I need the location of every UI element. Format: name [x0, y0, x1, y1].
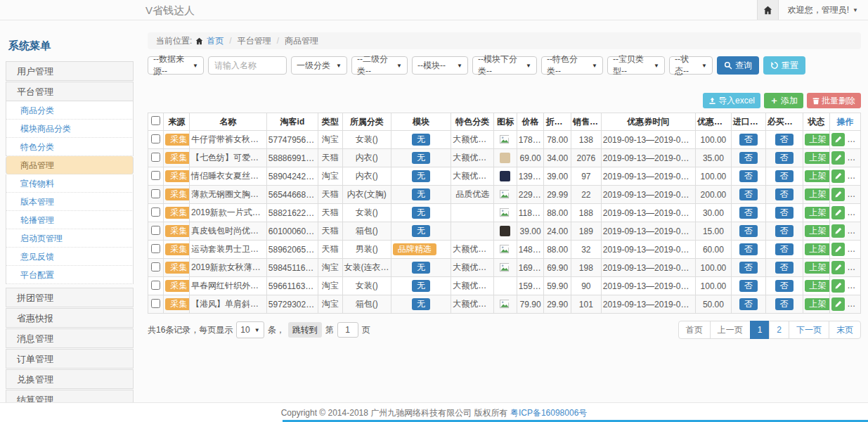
status-select[interactable]: --状态--▼: [669, 56, 713, 75]
sales-cell: 189: [571, 222, 602, 241]
must-buy-badge[interactable]: 否: [775, 188, 793, 200]
edit-button[interactable]: [831, 151, 845, 165]
status-badge[interactable]: 上架: [805, 243, 830, 255]
pager-item[interactable]: 上一页: [710, 321, 751, 339]
must-buy-badge[interactable]: 否: [775, 243, 793, 255]
import-select-badge[interactable]: 否: [739, 134, 758, 146]
edit-button[interactable]: [831, 298, 845, 311]
sidebar-sub-item[interactable]: 模块商品分类: [6, 120, 134, 138]
import-select-badge[interactable]: 否: [739, 262, 758, 274]
row-checkbox[interactable]: [151, 134, 160, 143]
sidebar-sub-item[interactable]: 启动页管理: [6, 229, 134, 248]
row-checkbox[interactable]: [151, 226, 160, 235]
table-header-row: 来源名称淘客id类型所属分类模块特色分类图标价格折后价销售数量优惠券时间优惠券金…: [148, 113, 861, 131]
pager-item[interactable]: 末页: [829, 321, 861, 339]
sidebar-sub-item[interactable]: 商品分类: [6, 101, 134, 120]
per-page-select[interactable]: 10 ▼: [236, 321, 264, 338]
add-button[interactable]: ＋ 添加: [764, 93, 803, 108]
edit-button[interactable]: [831, 133, 845, 146]
row-checkbox[interactable]: [151, 153, 160, 162]
search-button[interactable]: 查询: [717, 56, 759, 75]
pager-item[interactable]: 下一页: [789, 321, 829, 339]
row-checkbox[interactable]: [151, 262, 160, 271]
edit-button[interactable]: [831, 170, 845, 183]
batch-delete-button[interactable]: 批量删除: [807, 93, 861, 108]
must-buy-badge[interactable]: 否: [775, 152, 793, 164]
import-select-badge[interactable]: 否: [739, 170, 758, 182]
module-select[interactable]: --模块--▼: [412, 56, 468, 75]
name-search-input[interactable]: [208, 56, 287, 75]
status-badge[interactable]: 上架: [805, 225, 830, 237]
import-select-cell: 否: [731, 241, 765, 259]
edit-button[interactable]: [831, 261, 845, 274]
must-buy-badge[interactable]: 否: [775, 262, 793, 274]
item-type-select[interactable]: --宝贝类型--▼: [607, 56, 665, 75]
sidebar-sub-item[interactable]: 意见反馈: [6, 248, 134, 266]
status-badge[interactable]: 上架: [805, 280, 830, 292]
must-buy-badge[interactable]: 否: [775, 207, 793, 219]
level1-category-select[interactable]: 一级分类▼: [291, 56, 347, 75]
pager-item[interactable]: 首页: [678, 321, 711, 339]
status-badge[interactable]: 上架: [805, 262, 830, 274]
sidebar-group-item[interactable]: 平台管理: [6, 82, 134, 101]
must-buy-badge[interactable]: 否: [775, 170, 793, 182]
must-buy-badge[interactable]: 否: [775, 298, 793, 310]
page-number-input[interactable]: [337, 322, 358, 338]
import-select-badge[interactable]: 否: [739, 298, 758, 310]
import-select-badge[interactable]: 否: [739, 243, 758, 255]
module-subcategory-select[interactable]: --模块下分类--▼: [472, 56, 537, 75]
sidebar-group-item[interactable]: 消息管理: [6, 328, 134, 348]
row-checkbox[interactable]: [151, 171, 160, 180]
sidebar-sub-item[interactable]: 轮播管理: [6, 211, 134, 229]
breadcrumb-home-link[interactable]: 首页: [207, 32, 224, 49]
edit-button[interactable]: [831, 243, 845, 256]
sidebar-sub-item[interactable]: 宣传物料: [6, 174, 134, 193]
sidebar-group-item[interactable]: 订单管理: [6, 349, 134, 369]
import-select-badge[interactable]: 否: [739, 225, 758, 237]
must-buy-badge[interactable]: 否: [775, 280, 793, 292]
sidebar-group-item[interactable]: 拼团管理: [6, 288, 134, 307]
row-checkbox[interactable]: [151, 207, 160, 217]
user-menu[interactable]: 欢迎您，管理员! ▼: [779, 4, 868, 16]
edit-button[interactable]: [831, 206, 845, 219]
status-badge[interactable]: 上架: [805, 188, 830, 200]
edit-button[interactable]: [831, 224, 845, 238]
select-all-checkbox[interactable]: [151, 116, 160, 125]
sidebar-group-item[interactable]: 省惠快报: [6, 308, 134, 328]
home-button[interactable]: [757, 0, 779, 20]
reset-button[interactable]: 重置: [763, 56, 805, 75]
data-source-select[interactable]: --数据来源--▼: [148, 56, 204, 75]
icp-link[interactable]: 粤ICP备16098006号: [510, 408, 587, 418]
edit-button[interactable]: [831, 279, 845, 293]
sidebar-sub-item[interactable]: 版本管理: [6, 193, 134, 211]
import-select-badge[interactable]: 否: [739, 188, 758, 200]
row-checkbox[interactable]: [151, 189, 160, 198]
status-badge[interactable]: 上架: [805, 134, 830, 146]
edit-button[interactable]: [831, 188, 845, 201]
import-select-badge[interactable]: 否: [739, 207, 758, 219]
must-buy-badge[interactable]: 否: [775, 134, 793, 146]
status-badge[interactable]: 上架: [805, 170, 830, 182]
import-select-badge[interactable]: 否: [739, 152, 758, 164]
sidebar-sub-item[interactable]: 商品管理: [6, 156, 134, 174]
import-select-badge[interactable]: 否: [739, 280, 758, 292]
must-buy-badge[interactable]: 否: [775, 225, 793, 237]
level2-category-select[interactable]: --二级分类--▼: [351, 56, 408, 75]
feature-category-select[interactable]: --特色分类--▼: [541, 56, 603, 75]
row-checkbox[interactable]: [151, 244, 160, 253]
sidebar-group-item[interactable]: 兑换管理: [6, 369, 134, 389]
status-badge[interactable]: 上架: [805, 298, 830, 310]
jump-button[interactable]: 跳转到: [288, 322, 322, 338]
sidebar-sub-item[interactable]: 平台配置: [6, 266, 134, 284]
row-checkbox[interactable]: [151, 281, 160, 290]
status-badge[interactable]: 上架: [805, 152, 830, 164]
actions-cell: [830, 186, 861, 204]
pager-item[interactable]: 2: [769, 321, 789, 339]
sidebar-sub-item[interactable]: 特色分类: [6, 138, 134, 156]
sidebar-group-item[interactable]: 结算管理: [6, 390, 134, 402]
sidebar-group-item[interactable]: 用户管理: [6, 61, 134, 81]
row-checkbox[interactable]: [151, 299, 160, 308]
pager-item[interactable]: 1: [750, 321, 770, 339]
import-excel-button[interactable]: 导入excel: [703, 93, 760, 108]
status-badge[interactable]: 上架: [805, 207, 830, 219]
